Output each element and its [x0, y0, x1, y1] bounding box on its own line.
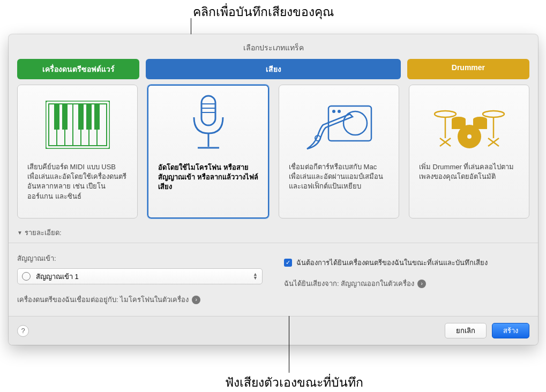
hear-from-row[interactable]: ฉันได้ยินเสียงจาก: สัญญาณออกในตัวเครื่อง…	[284, 278, 529, 289]
input-selected-value: สัญญาณเข้า 1	[36, 271, 79, 282]
cancel-button[interactable]: ยกเลิก	[445, 323, 487, 338]
card-guitar[interactable]: เชื่อมต่อกีตาร์หรือเบสกับ Mac เพื่อเล่นแ…	[279, 85, 399, 218]
svg-rect-11	[86, 104, 92, 130]
connected-device-label: เครื่องดนตรีของฉันเชื่อมต่ออยู่กับ: ไมโค…	[17, 294, 189, 305]
svg-rect-10	[78, 104, 84, 130]
card-microphone[interactable]: อัดโดยใช้ไมโครโฟน หรือสายสัญญาณเข้า หรือ…	[147, 85, 269, 218]
drums-icon	[432, 93, 507, 157]
monitor-checkbox[interactable]: ✓	[284, 259, 292, 267]
input-label: สัญญาณเข้า:	[17, 253, 263, 264]
track-cards: เสียบคีย์บอร์ด MIDI แบบ USB เพื่อเล่นและ…	[9, 85, 538, 227]
monitor-checkbox-row[interactable]: ✓ ฉันต้องการได้ยินเครื่องดนตรีของฉันในขณ…	[284, 257, 529, 268]
details-label: รายละเอียด:	[25, 227, 62, 238]
chevron-right-icon: ›	[417, 280, 426, 288]
hear-from-label: ฉันได้ยินเสียงจาก: สัญญาณออกในตัวเครื่อง	[284, 278, 414, 289]
disclosure-triangle-icon: ▼	[17, 230, 23, 236]
details-toggle[interactable]: ▼ รายละเอียด:	[9, 227, 538, 243]
monitor-checkbox-label: ฉันต้องการได้ยินเครื่องดนตรีของฉันในขณะท…	[296, 257, 488, 268]
select-chevrons-icon: ▲▼	[253, 273, 258, 280]
piano-icon	[46, 93, 110, 157]
card-software-instrument[interactable]: เสียบคีย์บอร์ด MIDI แบบ USB เพื่อเล่นและ…	[17, 85, 138, 218]
svg-point-21	[332, 110, 335, 113]
svg-point-37	[467, 134, 472, 139]
svg-rect-13	[201, 96, 215, 125]
svg-point-28	[483, 111, 504, 117]
input-channel-icon	[22, 272, 31, 281]
tab-software-instrument[interactable]: เครื่องดนตรีซอฟต์แวร์	[17, 59, 139, 79]
monitor-section: ✓ ฉันต้องการได้ยินเครื่องดนตรีของฉันในขณ…	[284, 253, 529, 305]
svg-rect-12	[94, 104, 100, 130]
tab-drummer[interactable]: Drummer	[407, 59, 529, 79]
callout-monitor: ฟังเสียงตัวเองขณะที่บันทึก	[225, 373, 363, 392]
connected-device-row[interactable]: เครื่องดนตรีของฉันเชื่อมต่ออยู่กับ: ไมโค…	[17, 294, 263, 305]
card-drummer[interactable]: เพิ่ม Drummer ที่เล่นคลอไปตามเพลงของคุณโ…	[409, 85, 529, 218]
callout-record-voice: คลิกเพื่อบันทึกเสียงของคุณ	[193, 2, 334, 21]
input-select[interactable]: สัญญาณเข้า 1 ▲▼	[17, 268, 263, 284]
help-button[interactable]: ?	[17, 325, 29, 337]
card-desc: เพิ่ม Drummer ที่เล่นคลอไปตามเพลงของคุณโ…	[419, 162, 519, 182]
svg-point-24	[435, 111, 456, 117]
svg-rect-8	[54, 104, 59, 130]
create-button[interactable]: สร้าง	[492, 323, 529, 338]
track-type-dialog: เลือกประเภทแทร็ค เครื่องดนตรีซอฟต์แวร์ เ…	[9, 34, 538, 345]
track-tabs: เครื่องดนตรีซอฟต์แวร์ เสียง Drummer	[9, 59, 538, 85]
svg-rect-9	[62, 104, 68, 130]
card-desc: เสียบคีย์บอร์ด MIDI แบบ USB เพื่อเล่นและ…	[27, 162, 128, 201]
dialog-title: เลือกประเภทแทร็ค	[9, 34, 538, 59]
tab-audio[interactable]: เสียง	[146, 59, 401, 79]
microphone-icon	[184, 93, 233, 157]
guitar-amp-icon	[302, 93, 377, 157]
card-desc: อัดโดยใช้ไมโครโฟน หรือสายสัญญาณเข้า หรือ…	[158, 163, 258, 192]
details-panel: สัญญาณเข้า: สัญญาณเข้า 1 ▲▼ เครื่องดนตรี…	[9, 243, 538, 316]
svg-point-22	[338, 110, 341, 113]
input-section: สัญญาณเข้า: สัญญาณเข้า 1 ▲▼ เครื่องดนตรี…	[17, 253, 263, 305]
dialog-footer: ? ยกเลิก สร้าง	[9, 316, 538, 345]
card-desc: เชื่อมต่อกีตาร์หรือเบสกับ Mac เพื่อเล่นแ…	[289, 162, 389, 192]
callout-line-bottom	[289, 316, 289, 373]
chevron-right-icon: ›	[192, 296, 200, 304]
